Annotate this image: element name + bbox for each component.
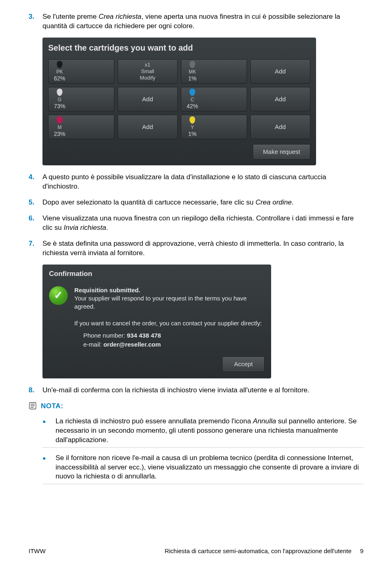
page-number: 9: [360, 547, 363, 554]
note-item-2: ● Se il fornitore non riceve l'e-mail a …: [42, 454, 363, 485]
ink-drop-icon: [57, 116, 62, 124]
add-button[interactable]: Add: [250, 59, 310, 84]
make-request-button[interactable]: Make request: [253, 144, 310, 160]
add-button[interactable]: Add: [118, 115, 178, 139]
step-6: 6. Viene visualizzata una nuova finestra…: [29, 214, 363, 233]
ink-drop-icon: [57, 89, 62, 96]
note-item-1: ● La richiesta di inchiostro può essere …: [42, 417, 363, 448]
confirmation-panel: Confirmation ✓ Requisition submitted. Yo…: [42, 265, 271, 378]
step-number: 3.: [29, 12, 42, 31]
note-label: NOTA:: [41, 402, 63, 411]
footer-center: Richiesta di cartucce semi-automatica, c…: [165, 547, 363, 555]
ink-drop-icon: [189, 116, 195, 124]
cartridge-m[interactable]: M 23%: [48, 115, 114, 139]
cartridge-grid: PK 62% x1 Small Modify MK 1% Add G 73% A…: [48, 59, 310, 139]
footer-left: ITWW: [29, 547, 46, 555]
step-7: 7. Se è stata definita una password di a…: [29, 239, 363, 258]
ink-drop-icon: [57, 61, 62, 68]
add-button[interactable]: Add: [118, 87, 178, 111]
step-3: 3. Se l'utente preme Crea richiesta, vie…: [29, 12, 363, 31]
bullet-icon: ●: [42, 454, 56, 482]
add-button[interactable]: Add: [250, 87, 310, 111]
note-header: NOTA:: [29, 402, 363, 413]
cartridge-selected-qty[interactable]: x1 Small Modify: [118, 59, 178, 84]
ink-drop-icon: [189, 89, 195, 96]
cancel-info: If you want to cancel the order, you can…: [74, 319, 265, 349]
cartridge-y[interactable]: Y 1%: [181, 115, 247, 139]
cartridge-mk[interactable]: MK 1%: [181, 59, 247, 84]
ink-drop-icon: [189, 61, 195, 68]
confirmation-title: Confirmation: [49, 269, 265, 279]
accept-button[interactable]: Accept: [222, 356, 265, 372]
page-footer: ITWW Richiesta di cartucce semi-automati…: [29, 547, 363, 555]
step-4: 4. A questo punto è possibile visualizza…: [29, 173, 363, 191]
bullet-icon: ●: [42, 417, 56, 445]
step-8: 8. Un'e-mail di conferma con la richiest…: [29, 386, 363, 395]
cartridge-g[interactable]: G 73%: [48, 87, 114, 111]
cartridge-selection-panel: Select the cartridges you want to add PK…: [42, 38, 316, 165]
step-5: 5. Dopo aver selezionato la quantità di …: [29, 198, 363, 207]
note-icon: [29, 402, 38, 413]
step-text: Se l'utente preme Crea richiesta, viene …: [42, 12, 363, 31]
panel-title: Select the cartridges you want to add: [48, 42, 310, 53]
check-icon: ✓: [49, 286, 68, 305]
confirmation-message: Requisition submitted. Your supplier wil…: [74, 286, 265, 311]
cartridge-c[interactable]: C 42%: [181, 87, 247, 111]
cartridge-pk[interactable]: PK 62%: [48, 59, 114, 84]
add-button[interactable]: Add: [250, 115, 310, 139]
